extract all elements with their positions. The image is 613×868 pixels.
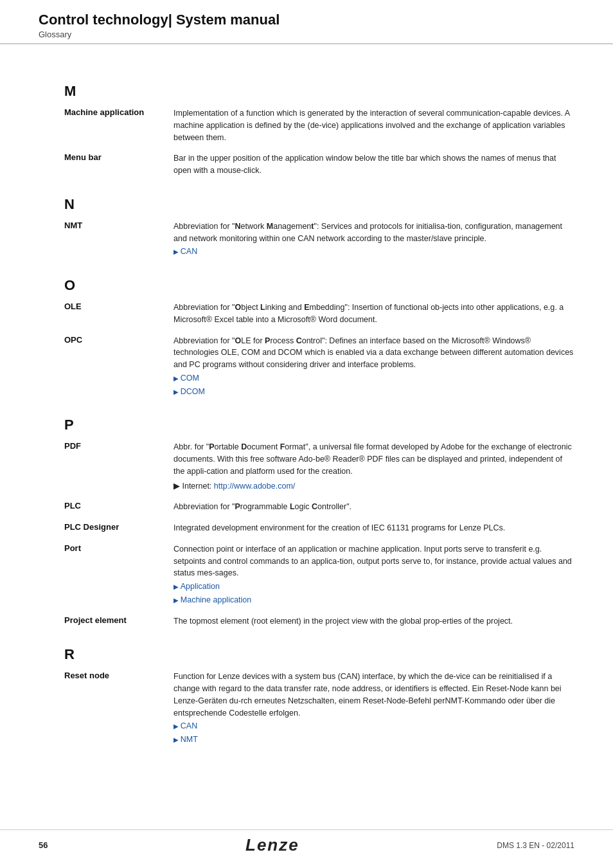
page-title: Control technology| System manual — [39, 12, 574, 28]
section-r: R — [64, 646, 574, 663]
logo: Lenze — [245, 835, 299, 855]
header: Control technology| System manual Glossa… — [0, 0, 613, 44]
def-project-element: The topmost element (root element) in th… — [173, 615, 574, 628]
def-nmt: Abbreviation for "Network Management": S… — [173, 221, 574, 258]
term-ole: OLE — [64, 302, 173, 311]
entry-nmt: NMT Abbreviation for "Network Management… — [64, 221, 574, 258]
entry-pdf: PDF Abbr. for "Portable Document Format"… — [64, 441, 574, 492]
def-machine-application: Implementation of a function which is ge… — [173, 107, 574, 143]
page: Control technology| System manual Glossa… — [0, 0, 613, 868]
footer: 56 Lenze DMS 1.3 EN - 02/2011 — [0, 829, 613, 855]
def-reset-node: Function for Lenze devices with a system… — [173, 671, 574, 746]
entry-ole: OLE Abbreviation for "Object Linking and… — [64, 302, 574, 326]
entry-menu-bar: Menu bar Bar in the upper position of th… — [64, 152, 574, 177]
page-number: 56 — [39, 840, 48, 850]
term-reset-node: Reset node — [64, 671, 173, 680]
term-menu-bar: Menu bar — [64, 152, 173, 162]
footer-dms: DMS 1.3 EN - 02/2011 — [497, 841, 574, 850]
def-port: Connection point or interface of an appl… — [173, 543, 574, 606]
term-project-element: Project element — [64, 615, 173, 625]
def-plc-designer: Integrated development environment for t… — [173, 522, 574, 534]
entry-machine-application: Machine application Implementation of a … — [64, 107, 574, 143]
def-ole: Abbreviation for "Object Linking and Emb… — [173, 302, 574, 326]
def-opc: Abbreviation for "OLE for Process Contro… — [173, 335, 574, 398]
entry-plc-designer: PLC Designer Integrated development envi… — [64, 522, 574, 534]
link-application[interactable]: Application — [173, 581, 574, 593]
link-com[interactable]: COM — [173, 372, 574, 384]
term-pdf: PDF — [64, 441, 173, 451]
link-can-nmt[interactable]: CAN — [173, 246, 574, 258]
term-nmt: NMT — [64, 221, 173, 230]
link-adobe[interactable]: http://www.adobe.com/ — [214, 482, 295, 491]
def-pdf: Abbr. for "Portable Document Format", a … — [173, 441, 574, 492]
entry-reset-node: Reset node Function for Lenze devices wi… — [64, 671, 574, 746]
main-content: M Machine application Implementation of … — [0, 44, 613, 806]
section-n: N — [64, 196, 574, 213]
entry-project-element: Project element The topmost element (roo… — [64, 615, 574, 628]
link-dcom[interactable]: DCOM — [173, 386, 574, 398]
entry-opc: OPC Abbreviation for "OLE for Process Co… — [64, 335, 574, 398]
section-o: O — [64, 277, 574, 294]
term-opc: OPC — [64, 335, 173, 345]
entry-plc: PLC Abbreviation for "Programmable Logic… — [64, 501, 574, 513]
page-subtitle: Glossary — [39, 30, 574, 39]
link-machine-application[interactable]: Machine application — [173, 594, 574, 606]
term-port: Port — [64, 543, 173, 553]
section-m: M — [64, 83, 574, 100]
term-plc-designer: PLC Designer — [64, 522, 173, 532]
term-plc: PLC — [64, 501, 173, 511]
entry-port: Port Connection point or interface of an… — [64, 543, 574, 606]
term-machine-application: Machine application — [64, 107, 173, 117]
link-can-reset[interactable]: CAN — [173, 720, 574, 732]
section-p: P — [64, 417, 574, 433]
def-plc: Abbreviation for "Programmable Logic Con… — [173, 501, 574, 513]
link-nmt-reset[interactable]: NMT — [173, 734, 574, 746]
def-menu-bar: Bar in the upper position of the applica… — [173, 152, 574, 177]
